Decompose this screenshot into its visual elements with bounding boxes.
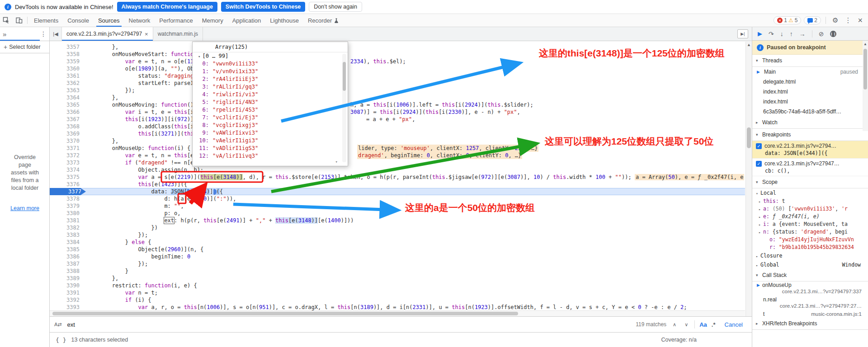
scope-closure[interactable]: ▸Closure	[752, 251, 868, 260]
file-tab[interactable]: core.v2.21.3.min.js?v=2794797×	[62, 27, 153, 41]
navigator-menu-icon[interactable]: ⋮	[40, 30, 47, 38]
scope-variable[interactable]: ▸e: ƒ _0x2f47(i, e)	[752, 213, 868, 220]
scope-variable[interactable]: ▸n: {status: 'dragend', begi	[752, 228, 868, 236]
code-line[interactable]: 3380 p: o,	[50, 210, 745, 217]
code-line[interactable]: 3392 if (i) {	[50, 296, 745, 304]
code-line[interactable]: 3378 d: h(a[e(2790)](":")),	[50, 195, 745, 202]
tab-recorder[interactable]: Recorder	[303, 14, 336, 27]
section-breakpoints[interactable]: ▾ Breakpoints	[752, 129, 868, 141]
code-line[interactable]: 3372 var e = t, n = this[edragend', begi…	[50, 152, 745, 159]
code-editor[interactable]: 3357 },3358 onMouseMoveStart: function(t…	[50, 42, 745, 339]
code-line[interactable]: 3376 this[e(1423)]({	[50, 181, 745, 188]
code-line[interactable]: 3389 },	[50, 275, 745, 282]
breakpoint-entry[interactable]: ✓core.v2.21.3.min.js?v=2794…data: JSON[e…	[752, 141, 868, 159]
code-line[interactable]: 3377 data: JSON[e(344)]({	[50, 188, 745, 195]
line-number[interactable]: 3389	[50, 275, 84, 282]
line-number[interactable]: 3370	[50, 137, 84, 145]
pause-on-exceptions-icon[interactable]: ❙❙	[830, 31, 836, 37]
find-mode-icon[interactable]: A⇄	[54, 322, 62, 328]
line-number[interactable]: 3362	[50, 80, 84, 87]
dont-show-again-button[interactable]: Don't show again	[309, 2, 362, 12]
popup-scrollbar[interactable]	[342, 54, 346, 162]
scope-variable[interactable]: ▸this: t	[752, 197, 868, 205]
line-number[interactable]: 3386	[50, 253, 84, 260]
line-number[interactable]: 3365	[50, 101, 84, 108]
switch-to-chinese-button[interactable]: Switch DevTools to Chinese	[221, 2, 305, 12]
code-line[interactable]: 3393 var a, r, o = this[n(1006)], s = o[…	[50, 304, 745, 311]
code-horizontal-scrollbar[interactable]	[50, 310, 745, 316]
code-line[interactable]: 3387 });	[50, 260, 745, 267]
resume-script-icon[interactable]: ▶	[758, 30, 762, 37]
line-number[interactable]: 3364	[50, 94, 84, 101]
call-stack-frame[interactable]: tmusic-corona.min.js:1	[752, 310, 868, 318]
tab-lighthouse[interactable]: Lighthouse	[265, 14, 303, 27]
more-options-icon[interactable]: ⋮	[843, 16, 853, 24]
line-number[interactable]: 3376	[50, 181, 84, 188]
line-number[interactable]: 3361	[50, 72, 84, 80]
line-number[interactable]: 3358	[50, 51, 84, 58]
code-line[interactable]: 3360 o[e(1989)](a, ""), Obj	[50, 65, 745, 72]
call-stack-frame[interactable]: ▶onMouseUp	[752, 281, 868, 289]
code-line[interactable]: 3375 var a = s[e(2219)](this[e(3148)], d…	[50, 174, 745, 181]
step-out-icon[interactable]: ↑	[790, 30, 793, 38]
step-icon[interactable]: →	[799, 30, 806, 38]
device-toolbar-icon[interactable]	[15, 17, 23, 24]
line-number[interactable]: 3369	[50, 130, 84, 137]
scope-global[interactable]: ▸GlobalWindow	[752, 260, 868, 269]
code-line[interactable]: 3363 });	[50, 87, 745, 94]
more-panels-icon[interactable]: »	[3, 30, 6, 38]
scope-variable[interactable]: r: "b9b1a10b195b45b29832634	[752, 244, 868, 251]
section-threads[interactable]: ▾ Threads	[752, 55, 868, 67]
deactivate-breakpoints-icon[interactable]: ⊘	[819, 30, 824, 38]
previous-match-icon[interactable]: ∧	[671, 321, 678, 328]
line-number[interactable]: 3383	[50, 231, 84, 239]
cancel-button[interactable]: Cancel	[720, 320, 747, 329]
current-breakpoint-line-number[interactable]: 3377	[50, 188, 86, 195]
line-number[interactable]: 3359	[50, 58, 84, 65]
step-over-icon[interactable]: ↷	[769, 30, 774, 38]
call-stack-frame[interactable]: n.real	[752, 296, 868, 303]
tab-sources[interactable]: Sources	[94, 14, 124, 27]
tab-network[interactable]: Network	[124, 14, 155, 27]
regex-toggle[interactable]: .*	[712, 321, 716, 328]
section-scope[interactable]: ▾ Scope	[752, 176, 868, 188]
learn-more-link[interactable]: Learn more	[10, 205, 39, 212]
scope-variable[interactable]: o: "ywzEd14yjIujHuNxFIzuvVn	[752, 236, 868, 244]
thread-main[interactable]: ▶ Main paused	[752, 67, 868, 77]
code-line[interactable]: 3364 },	[50, 94, 745, 101]
line-number[interactable]: 3366	[50, 108, 84, 116]
scope-variable[interactable]: ▸a: (50) ['vwvn0vi1ii33', 'r	[752, 205, 868, 213]
popup-range-row[interactable]: ▾[0 … 99]	[193, 52, 348, 60]
line-number[interactable]: 3360	[50, 65, 84, 72]
line-number[interactable]: 3363	[50, 87, 84, 94]
file-tab[interactable]: watchman.min.js	[153, 27, 203, 41]
inspect-element-icon[interactable]	[3, 17, 10, 24]
scope-variable[interactable]: ▸i: a {event: MouseEvent, ta	[752, 220, 868, 228]
checkbox-checked-icon[interactable]: ✓	[756, 161, 762, 167]
line-number[interactable]: 3392	[50, 296, 84, 304]
code-line[interactable]: 3384 } else {	[50, 239, 745, 246]
code-line[interactable]: 3362 startLeft: parseIn	[50, 80, 745, 87]
code-line[interactable]: 3367 this[i(1923)][i(972)][= a + e + "px…	[50, 116, 745, 123]
line-number[interactable]: 3379	[50, 202, 84, 210]
code-vertical-scrollbar[interactable]: ▲	[745, 42, 752, 339]
line-number[interactable]: 3385	[50, 246, 84, 253]
line-number[interactable]: 3374	[50, 166, 84, 174]
close-devtools-icon[interactable]: ×	[856, 16, 864, 25]
scrollbar-thumb[interactable]	[863, 49, 867, 89]
line-number[interactable]: 3368	[50, 123, 84, 130]
sidebar-scrollbar[interactable]: ▲	[863, 41, 868, 131]
thread-file[interactable]: 6c3a59bc-74a6-4d18-a5ff-5dff…	[752, 107, 868, 117]
tab-memory[interactable]: Memory	[198, 14, 228, 27]
section-xhr-breakpoints[interactable]: ▸ XHR/fetch Breakpoints	[752, 318, 868, 330]
line-number[interactable]: 3393	[50, 304, 84, 311]
code-line[interactable]: 3373 if ("dragend" !== n[e	[50, 159, 745, 166]
close-icon[interactable]: ×	[145, 31, 148, 38]
line-number[interactable]: 3384	[50, 239, 84, 246]
tab-elements[interactable]: Elements	[29, 14, 63, 27]
scroll-up-icon[interactable]: ▲	[863, 41, 868, 46]
search-input[interactable]	[66, 321, 632, 328]
code-line[interactable]: 3391 var n = t;	[50, 289, 745, 296]
scrollbar-thumb[interactable]	[52, 312, 518, 315]
thread-file[interactable]: index.html	[752, 97, 868, 107]
